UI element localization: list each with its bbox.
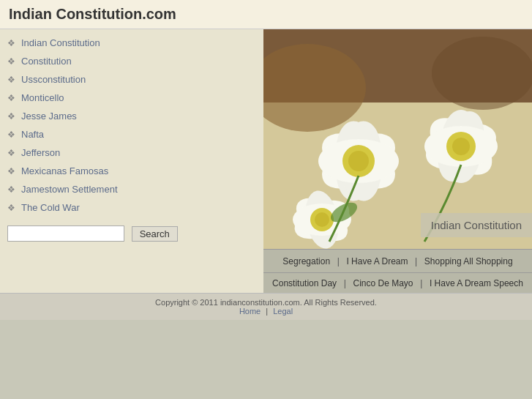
site-header: Indian Constitution.com (0, 0, 532, 29)
sidebar-link[interactable]: Constitution (21, 56, 72, 67)
sidebar-item-jamestown-settlement[interactable]: ❖ Jamestown Settlement (0, 180, 263, 198)
link-i-have-a-dream[interactable]: I Have A Dream (346, 256, 408, 266)
sidebar-item-the-cold-war[interactable]: ❖ The Cold War (0, 198, 263, 217)
sidebar-link[interactable]: Indian Constitution (21, 37, 100, 48)
separator: | (344, 278, 346, 288)
bullet-icon: ❖ (7, 93, 15, 103)
sidebar-link[interactable]: Jamestown Settlement (21, 184, 118, 195)
sidebar-item-indian-constitution[interactable]: ❖ Indian Constitution (0, 34, 263, 52)
bullet-icon: ❖ (7, 38, 15, 48)
svg-point-10 (348, 151, 369, 171)
sidebar-link[interactable]: Mexicanas Famosas (21, 165, 108, 176)
sidebar-item-nafta[interactable]: ❖ Nafta (0, 125, 263, 143)
footer: Copyright © 2011 indianconstitution.com.… (0, 293, 532, 320)
svg-point-3 (432, 37, 532, 110)
sidebar-link[interactable]: Nafta (21, 129, 44, 140)
sidebar-item-monticello[interactable]: ❖ Monticello (0, 89, 263, 107)
overlay-text: Indian Constitution (431, 219, 522, 231)
bullet-icon: ❖ (7, 184, 15, 195)
sidebar-link[interactable]: The Cold War (21, 202, 80, 213)
search-input[interactable] (7, 225, 124, 242)
right-content: Indian Constitution Segregation | I Have… (263, 29, 532, 293)
site-title: Indian Constitution.com (9, 6, 523, 23)
main-layout: ❖ Indian Constitution ❖ Constitution ❖ U… (0, 29, 532, 293)
bullet-icon: ❖ (7, 148, 15, 158)
sidebar-link[interactable]: Monticello (21, 92, 64, 103)
separator: | (420, 278, 422, 288)
sidebar-item-jesse-james[interactable]: ❖ Jesse James (0, 107, 263, 125)
link-i-have-a-dream-speech[interactable]: I Have A Dream Speech (430, 278, 523, 288)
separator: | (337, 256, 340, 266)
sidebar: ❖ Indian Constitution ❖ Constitution ❖ U… (0, 29, 263, 293)
sidebar-item-constitution[interactable]: ❖ Constitution (0, 52, 263, 70)
bullet-icon: ❖ (7, 75, 15, 85)
bottom-links-row2: Constitution Day | Cinco De Mayo | I Hav… (263, 272, 532, 293)
separator: | (415, 256, 417, 266)
image-overlay: Indian Constitution (421, 213, 532, 237)
sidebar-item-jefferson[interactable]: ❖ Jefferson (0, 143, 263, 162)
sidebar-link[interactable]: Jesse James (21, 111, 77, 122)
bullet-icon: ❖ (7, 111, 15, 122)
link-constitution-day[interactable]: Constitution Day (272, 278, 337, 288)
footer-separator: | (266, 307, 270, 316)
flower-image: Indian Constitution (263, 29, 532, 249)
bullet-icon: ❖ (7, 130, 15, 140)
sidebar-link[interactable]: Ussconstitution (21, 74, 86, 85)
bullet-icon: ❖ (7, 56, 15, 67)
footer-link-home[interactable]: Home (239, 307, 261, 316)
bottom-links-row1: Segregation | I Have A Dream | Shopping … (263, 249, 532, 272)
bullet-icon: ❖ (7, 166, 15, 176)
bullet-icon: ❖ (7, 203, 15, 213)
sidebar-item-ussconstitution[interactable]: ❖ Ussconstitution (0, 70, 263, 89)
sidebar-link[interactable]: Jefferson (21, 147, 60, 158)
sidebar-item-mexicanas-famosas[interactable]: ❖ Mexicanas Famosas (0, 162, 263, 180)
svg-point-17 (452, 138, 470, 155)
search-button[interactable]: Search (132, 226, 178, 242)
copyright-text: Copyright © 2011 indianconstitution.com.… (4, 298, 528, 307)
link-segregation[interactable]: Segregation (282, 256, 330, 266)
footer-link-legal[interactable]: Legal (273, 307, 293, 316)
link-cinco-de-mayo[interactable]: Cinco De Mayo (353, 278, 413, 288)
link-shopping-all-shopping[interactable]: Shopping All Shopping (424, 256, 513, 266)
search-area: Search (0, 217, 263, 250)
footer-links: Home | Legal (4, 307, 528, 316)
svg-point-23 (315, 212, 329, 227)
